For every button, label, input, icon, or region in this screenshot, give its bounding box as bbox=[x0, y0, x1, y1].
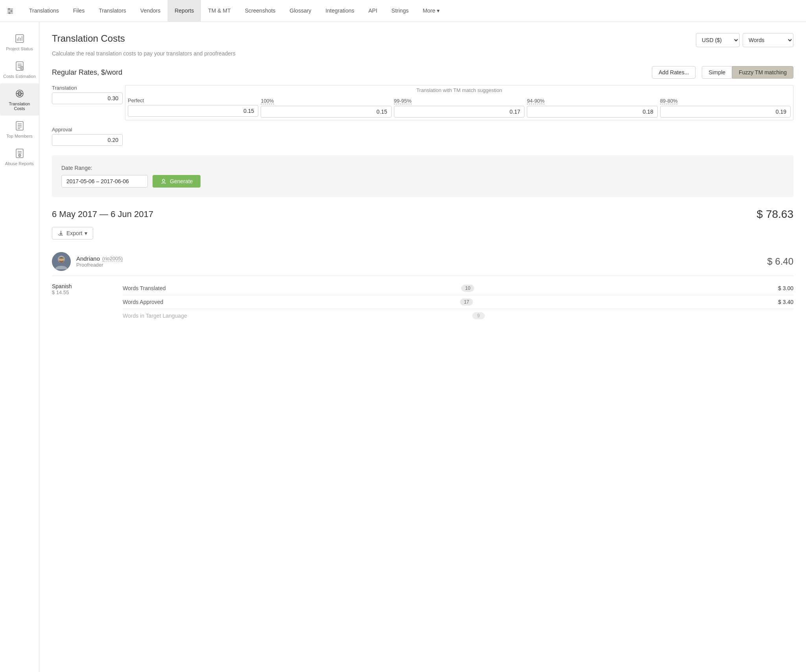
divider-1 bbox=[123, 295, 793, 295]
svg-rect-6 bbox=[16, 35, 24, 42]
match9995-col: 99-95% bbox=[394, 98, 524, 118]
main-layout: Project Status Costs Estimation bbox=[0, 22, 806, 672]
sidebar-label-project-status: Project Status bbox=[6, 46, 33, 51]
simple-button[interactable]: Simple bbox=[702, 66, 732, 79]
nav-item-translations[interactable]: Translations bbox=[22, 0, 66, 22]
nav-items: Translations Files Translators Vendors R… bbox=[22, 0, 447, 22]
sidebar: Project Status Costs Estimation bbox=[0, 22, 39, 672]
sidebar-item-translation-costs[interactable]: Translation Costs bbox=[0, 83, 39, 116]
approval-rate-block: Approval bbox=[52, 127, 793, 146]
perfect-col: Perfect bbox=[128, 98, 258, 118]
nav-item-reports[interactable]: Reports bbox=[167, 0, 201, 22]
page-subtitle: Calculate the real translation costs to … bbox=[52, 50, 793, 57]
stat-row-0: Words Translated 10 $ 3.00 bbox=[123, 283, 793, 293]
translation-rate-block: Translation Translation with TM match su… bbox=[52, 85, 793, 120]
nav-item-tm-mt[interactable]: TM & MT bbox=[201, 0, 238, 22]
sidebar-item-costs-estimation[interactable]: Costs Estimation bbox=[0, 56, 39, 83]
svg-point-31 bbox=[162, 179, 165, 182]
page-header: Translation Costs USD ($) EUR (€) GBP (£… bbox=[52, 33, 793, 47]
translator-info: Andriano (rio2005) Proofreader bbox=[52, 252, 123, 271]
stat-label-0: Words Translated bbox=[123, 285, 166, 291]
perfect-label: Perfect bbox=[128, 98, 258, 103]
nav-item-glossary[interactable]: Glossary bbox=[283, 0, 318, 22]
translator-cost: $ 6.40 bbox=[767, 256, 793, 267]
avatar-image bbox=[52, 252, 71, 271]
generate-button[interactable]: Generate bbox=[153, 175, 201, 188]
translation-label: Translation bbox=[52, 85, 123, 91]
match9490-input[interactable] bbox=[527, 106, 657, 118]
settings-icon[interactable] bbox=[6, 7, 14, 15]
stat-value-1: $ 3.40 bbox=[770, 299, 793, 305]
stat-count-1: 17 bbox=[460, 298, 473, 306]
header-controls: USD ($) EUR (€) GBP (£) Words Characters bbox=[696, 33, 793, 47]
top-navigation: Translations Files Translators Vendors R… bbox=[0, 0, 806, 22]
export-chevron: ▾ bbox=[85, 230, 87, 236]
translator-role: Proofreader bbox=[76, 262, 123, 268]
perfect-input[interactable] bbox=[128, 105, 258, 117]
results-header: 6 May 2017 — 6 Jun 2017 $ 78.63 bbox=[52, 208, 793, 221]
language-row: Spanish $ 14.55 Words Translated 10 $ 3.… bbox=[52, 276, 793, 328]
translator-username[interactable]: (rio2005) bbox=[102, 256, 123, 262]
sidebar-label-translation-costs: Translation Costs bbox=[3, 101, 36, 111]
export-label: Export bbox=[66, 230, 82, 236]
sidebar-item-top-members[interactable]: Top Members bbox=[0, 116, 39, 143]
approval-input[interactable] bbox=[52, 134, 123, 146]
add-rates-button[interactable]: Add Rates... bbox=[652, 66, 696, 79]
svg-point-30 bbox=[19, 156, 20, 156]
nav-item-api[interactable]: API bbox=[361, 0, 385, 22]
words-select[interactable]: Words Characters bbox=[743, 33, 793, 47]
match9995-input[interactable] bbox=[394, 106, 524, 118]
nav-item-translators[interactable]: Translators bbox=[92, 0, 133, 22]
sidebar-item-project-status[interactable]: Project Status bbox=[0, 28, 39, 56]
generate-icon bbox=[160, 178, 167, 184]
lang-info: Spanish $ 14.55 bbox=[52, 283, 123, 321]
match8980-input[interactable] bbox=[660, 106, 791, 118]
nav-item-files[interactable]: Files bbox=[66, 0, 92, 22]
generate-label: Generate bbox=[170, 178, 193, 184]
rates-section: Regular Rates, $/word Add Rates... Simpl… bbox=[52, 66, 793, 146]
results-date: 6 May 2017 — 6 Jun 2017 bbox=[52, 209, 153, 219]
section-title: Regular Rates, $/word bbox=[52, 68, 122, 77]
stat-count-0: 10 bbox=[461, 285, 474, 292]
date-range-label: Date Range: bbox=[61, 165, 784, 171]
match100-input[interactable] bbox=[261, 106, 391, 118]
svg-point-3 bbox=[9, 8, 10, 9]
translator-name: Andriano bbox=[76, 255, 100, 262]
date-range-section: Date Range: Generate bbox=[52, 155, 793, 197]
main-content: Translation Costs USD ($) EUR (€) GBP (£… bbox=[39, 22, 806, 672]
results-total: $ 78.63 bbox=[757, 208, 793, 221]
nav-item-strings[interactable]: Strings bbox=[385, 0, 416, 22]
match100-label: 100% bbox=[261, 98, 274, 104]
translator-header: Andriano (rio2005) Proofreader $ 6.40 bbox=[52, 247, 793, 276]
translator-card: Andriano (rio2005) Proofreader $ 6.40 Sp… bbox=[52, 247, 793, 328]
stat-label-2: Words in Target Language bbox=[123, 313, 187, 319]
match100-col: 100% bbox=[261, 98, 391, 118]
date-range-input[interactable] bbox=[61, 175, 148, 188]
svg-point-4 bbox=[11, 10, 12, 11]
approval-label: Approval bbox=[52, 127, 793, 133]
divider-2 bbox=[123, 309, 793, 309]
fuzzy-tm-button[interactable]: Fuzzy TM matching bbox=[732, 66, 793, 79]
stat-label-1: Words Approved bbox=[123, 299, 163, 305]
nav-item-integrations[interactable]: Integrations bbox=[318, 0, 361, 22]
nav-item-more[interactable]: More ▾ bbox=[416, 0, 447, 22]
translation-input[interactable] bbox=[52, 92, 123, 104]
currency-select[interactable]: USD ($) EUR (€) GBP (£) bbox=[696, 33, 740, 47]
rate-mode-toggle: Simple Fuzzy TM matching bbox=[702, 66, 793, 79]
sidebar-label-costs-estimation: Costs Estimation bbox=[3, 74, 36, 79]
svg-point-5 bbox=[9, 12, 10, 13]
lang-stats: Words Translated 10 $ 3.00 Words Approve… bbox=[123, 283, 793, 321]
svg-point-32 bbox=[58, 234, 59, 235]
section-header: Regular Rates, $/word Add Rates... Simpl… bbox=[52, 66, 793, 79]
match9490-label: 94-90% bbox=[527, 98, 545, 104]
translator-details: Andriano (rio2005) Proofreader bbox=[76, 255, 123, 268]
nav-item-screenshots[interactable]: Screenshots bbox=[238, 0, 283, 22]
page-title: Translation Costs bbox=[52, 33, 125, 44]
export-button[interactable]: Export ▾ bbox=[52, 227, 93, 239]
avatar bbox=[52, 252, 71, 271]
nav-item-vendors[interactable]: Vendors bbox=[133, 0, 167, 22]
date-row: Generate bbox=[61, 175, 784, 188]
lang-name: Spanish bbox=[52, 283, 123, 289]
sidebar-item-abuse-reports[interactable]: Abuse Reports bbox=[0, 143, 39, 171]
match9490-col: 94-90% bbox=[527, 98, 657, 118]
